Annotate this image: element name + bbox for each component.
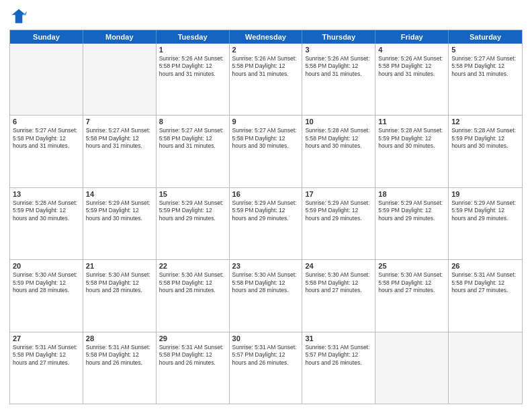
day-number: 8 — [159, 118, 226, 126]
day-info: Sunrise: 5:29 AM Sunset: 5:59 PM Dayligh… — [378, 199, 445, 222]
day-info: Sunrise: 5:28 AM Sunset: 5:58 PM Dayligh… — [305, 127, 372, 150]
day-info: Sunrise: 5:31 AM Sunset: 5:58 PM Dayligh… — [159, 344, 226, 367]
day-info: Sunrise: 5:30 AM Sunset: 5:58 PM Dayligh… — [159, 271, 226, 294]
day-number: 3 — [305, 46, 372, 54]
day-cell-1: 1Sunrise: 5:26 AM Sunset: 5:58 PM Daylig… — [157, 44, 230, 115]
day-number: 23 — [232, 262, 300, 270]
day-number: 25 — [378, 262, 445, 270]
day-number: 19 — [451, 190, 519, 198]
day-cell-24: 24Sunrise: 5:30 AM Sunset: 5:58 PM Dayli… — [302, 260, 375, 331]
day-number: 29 — [159, 334, 226, 342]
day-number: 26 — [451, 262, 519, 270]
day-cell-13: 13Sunrise: 5:28 AM Sunset: 5:59 PM Dayli… — [10, 188, 83, 259]
day-info: Sunrise: 5:27 AM Sunset: 5:58 PM Dayligh… — [232, 127, 300, 150]
day-info: Sunrise: 5:31 AM Sunset: 5:57 PM Dayligh… — [232, 344, 300, 367]
day-cell-8: 8Sunrise: 5:27 AM Sunset: 5:58 PM Daylig… — [157, 116, 230, 187]
day-cell-6: 6Sunrise: 5:27 AM Sunset: 5:58 PM Daylig… — [10, 116, 83, 187]
empty-cell — [449, 332, 522, 404]
day-cell-20: 20Sunrise: 5:30 AM Sunset: 5:59 PM Dayli… — [10, 260, 83, 331]
day-info: Sunrise: 5:28 AM Sunset: 5:59 PM Dayligh… — [378, 127, 445, 150]
day-info: Sunrise: 5:29 AM Sunset: 5:59 PM Dayligh… — [159, 199, 226, 222]
calendar-body: 1Sunrise: 5:26 AM Sunset: 5:58 PM Daylig… — [10, 44, 522, 404]
day-info: Sunrise: 5:30 AM Sunset: 5:59 PM Dayligh… — [13, 271, 80, 294]
empty-cell — [375, 332, 449, 404]
day-cell-31: 31Sunrise: 5:31 AM Sunset: 5:57 PM Dayli… — [302, 332, 375, 404]
header — [9, 7, 523, 26]
day-number: 6 — [13, 118, 80, 126]
day-cell-28: 28Sunrise: 5:31 AM Sunset: 5:58 PM Dayli… — [83, 332, 157, 404]
header-day-monday: Monday — [83, 30, 157, 44]
calendar: SundayMondayTuesdayWednesdayThursdayFrid… — [9, 30, 523, 404]
calendar-row-5: 27Sunrise: 5:31 AM Sunset: 5:58 PM Dayli… — [10, 332, 522, 404]
day-info: Sunrise: 5:30 AM Sunset: 5:58 PM Dayligh… — [378, 271, 445, 294]
day-cell-21: 21Sunrise: 5:30 AM Sunset: 5:58 PM Dayli… — [83, 260, 157, 331]
day-info: Sunrise: 5:31 AM Sunset: 5:58 PM Dayligh… — [86, 344, 153, 367]
day-number: 2 — [232, 46, 300, 54]
day-info: Sunrise: 5:27 AM Sunset: 5:58 PM Dayligh… — [13, 127, 80, 150]
header-day-tuesday: Tuesday — [157, 30, 230, 44]
day-number: 4 — [378, 46, 445, 54]
day-info: Sunrise: 5:26 AM Sunset: 5:58 PM Dayligh… — [159, 55, 226, 78]
day-info: Sunrise: 5:26 AM Sunset: 5:58 PM Dayligh… — [378, 55, 445, 78]
day-cell-25: 25Sunrise: 5:30 AM Sunset: 5:58 PM Dayli… — [375, 260, 449, 331]
day-info: Sunrise: 5:30 AM Sunset: 5:58 PM Dayligh… — [232, 271, 300, 294]
day-number: 24 — [305, 262, 372, 270]
header-day-thursday: Thursday — [302, 30, 375, 44]
day-info: Sunrise: 5:29 AM Sunset: 5:59 PM Dayligh… — [305, 199, 372, 222]
day-cell-3: 3Sunrise: 5:26 AM Sunset: 5:58 PM Daylig… — [302, 44, 375, 115]
calendar-row-4: 20Sunrise: 5:30 AM Sunset: 5:59 PM Dayli… — [10, 259, 522, 331]
day-info: Sunrise: 5:27 AM Sunset: 5:58 PM Dayligh… — [159, 127, 226, 150]
calendar-row-1: 1Sunrise: 5:26 AM Sunset: 5:58 PM Daylig… — [10, 44, 522, 115]
day-info: Sunrise: 5:27 AM Sunset: 5:58 PM Dayligh… — [451, 55, 519, 78]
day-info: Sunrise: 5:26 AM Sunset: 5:58 PM Dayligh… — [232, 55, 300, 78]
day-cell-5: 5Sunrise: 5:27 AM Sunset: 5:58 PM Daylig… — [449, 44, 522, 115]
day-info: Sunrise: 5:27 AM Sunset: 5:58 PM Dayligh… — [86, 127, 153, 150]
empty-cell — [10, 44, 83, 115]
header-day-wednesday: Wednesday — [230, 30, 303, 44]
day-cell-4: 4Sunrise: 5:26 AM Sunset: 5:58 PM Daylig… — [375, 44, 449, 115]
day-info: Sunrise: 5:30 AM Sunset: 5:58 PM Dayligh… — [305, 271, 372, 294]
day-info: Sunrise: 5:28 AM Sunset: 5:59 PM Dayligh… — [451, 127, 519, 150]
day-number: 1 — [159, 46, 226, 54]
day-info: Sunrise: 5:29 AM Sunset: 5:59 PM Dayligh… — [451, 199, 519, 222]
logo-icon — [9, 7, 28, 26]
day-number: 10 — [305, 118, 372, 126]
day-number: 14 — [86, 190, 153, 198]
day-cell-10: 10Sunrise: 5:28 AM Sunset: 5:58 PM Dayli… — [302, 116, 375, 187]
day-cell-19: 19Sunrise: 5:29 AM Sunset: 5:59 PM Dayli… — [449, 188, 522, 259]
day-cell-26: 26Sunrise: 5:31 AM Sunset: 5:58 PM Dayli… — [449, 260, 522, 331]
day-number: 21 — [86, 262, 153, 270]
day-cell-23: 23Sunrise: 5:30 AM Sunset: 5:58 PM Dayli… — [230, 260, 303, 331]
day-cell-29: 29Sunrise: 5:31 AM Sunset: 5:58 PM Dayli… — [157, 332, 230, 404]
day-info: Sunrise: 5:29 AM Sunset: 5:59 PM Dayligh… — [86, 199, 153, 222]
day-cell-11: 11Sunrise: 5:28 AM Sunset: 5:59 PM Dayli… — [375, 116, 449, 187]
day-cell-16: 16Sunrise: 5:29 AM Sunset: 5:59 PM Dayli… — [230, 188, 303, 259]
day-cell-15: 15Sunrise: 5:29 AM Sunset: 5:59 PM Dayli… — [157, 188, 230, 259]
header-day-saturday: Saturday — [449, 30, 522, 44]
day-cell-9: 9Sunrise: 5:27 AM Sunset: 5:58 PM Daylig… — [230, 116, 303, 187]
day-info: Sunrise: 5:31 AM Sunset: 5:57 PM Dayligh… — [305, 344, 372, 367]
logo — [9, 7, 31, 26]
day-number: 20 — [13, 262, 80, 270]
day-cell-17: 17Sunrise: 5:29 AM Sunset: 5:59 PM Dayli… — [302, 188, 375, 259]
day-number: 17 — [305, 190, 372, 198]
day-cell-30: 30Sunrise: 5:31 AM Sunset: 5:57 PM Dayli… — [230, 332, 303, 404]
day-cell-7: 7Sunrise: 5:27 AM Sunset: 5:58 PM Daylig… — [83, 116, 157, 187]
day-cell-2: 2Sunrise: 5:26 AM Sunset: 5:58 PM Daylig… — [230, 44, 303, 115]
day-number: 22 — [159, 262, 226, 270]
day-info: Sunrise: 5:28 AM Sunset: 5:59 PM Dayligh… — [13, 199, 80, 222]
day-info: Sunrise: 5:30 AM Sunset: 5:58 PM Dayligh… — [86, 271, 153, 294]
empty-cell — [83, 44, 157, 115]
day-info: Sunrise: 5:26 AM Sunset: 5:58 PM Dayligh… — [305, 55, 372, 78]
day-number: 7 — [86, 118, 153, 126]
day-cell-12: 12Sunrise: 5:28 AM Sunset: 5:59 PM Dayli… — [449, 116, 522, 187]
header-day-friday: Friday — [375, 30, 449, 44]
header-day-sunday: Sunday — [10, 30, 83, 44]
day-info: Sunrise: 5:31 AM Sunset: 5:58 PM Dayligh… — [451, 271, 519, 294]
day-cell-18: 18Sunrise: 5:29 AM Sunset: 5:59 PM Dayli… — [375, 188, 449, 259]
day-cell-22: 22Sunrise: 5:30 AM Sunset: 5:58 PM Dayli… — [157, 260, 230, 331]
day-number: 5 — [451, 46, 519, 54]
day-number: 31 — [305, 334, 372, 342]
day-number: 12 — [451, 118, 519, 126]
calendar-row-3: 13Sunrise: 5:28 AM Sunset: 5:59 PM Dayli… — [10, 187, 522, 259]
